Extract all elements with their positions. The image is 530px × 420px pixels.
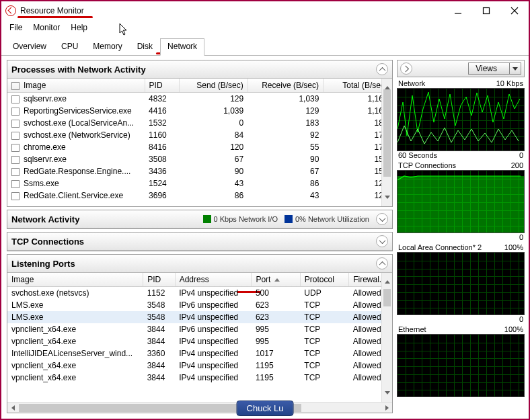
table-row[interactable]: svchost.exe (netsvcs)1152IPv4 unspecifie… xyxy=(7,287,392,300)
side-pane: Views Network10 Kbps60 Seconds0TCP Conne… xyxy=(395,56,529,417)
row-checkbox[interactable] xyxy=(11,168,20,176)
col-protocol[interactable]: Protocol xyxy=(300,273,348,287)
listening-ports-title: Listening Ports xyxy=(11,259,75,269)
legend-io: 0 Kbps Network I/O xyxy=(203,215,278,223)
chart-network: Network10 Kbps60 Seconds0 xyxy=(397,79,525,159)
table-row[interactable]: svchost.exe (LocalServiceAn...1532018318… xyxy=(7,117,392,129)
processes-table[interactable]: Image PID Send (B/sec) Receive (B/sec) T… xyxy=(7,79,392,202)
row-checkbox[interactable] xyxy=(11,156,20,164)
table-row[interactable]: Ssms.exe15244386129 xyxy=(7,177,392,190)
table-row[interactable]: sqlservr.exe35086790157 xyxy=(7,153,392,165)
row-checkbox[interactable] xyxy=(11,132,20,140)
expand-icon[interactable] xyxy=(376,235,388,247)
main-pane: Processes with Network Activity Image PI… xyxy=(1,56,395,417)
table-row[interactable]: vpnclient_x64.exe3844IPv4 unspecified995… xyxy=(7,335,392,347)
watermark-badge: Chuck Lu xyxy=(237,401,294,416)
tcp-connections-title: TCP Connections xyxy=(11,237,84,247)
window-controls xyxy=(444,1,529,20)
row-checkbox[interactable] xyxy=(11,144,20,152)
tab-cpu[interactable]: CPU xyxy=(54,38,85,56)
menubar: File Monitor Help xyxy=(1,20,529,35)
col-receive[interactable]: Receive (B/sec) xyxy=(248,79,323,93)
tcp-connections-panel: TCP Connections xyxy=(7,232,393,251)
network-activity-title: Network Activity xyxy=(11,214,79,224)
table-row[interactable]: LMS.exe3548IPv6 unspecified623TCPAllowed xyxy=(7,299,392,311)
listening-ports-panel: Listening Ports Image PID Address Port P… xyxy=(7,254,393,413)
table-row[interactable]: vpnclient_x64.exe3844IPv4 unspecified119… xyxy=(7,360,392,372)
views-dropdown-icon[interactable] xyxy=(509,63,521,74)
ports-v-scrollbar[interactable] xyxy=(381,273,392,402)
tab-network[interactable]: Network xyxy=(160,38,204,56)
close-button[interactable] xyxy=(500,1,529,20)
collapse-side-icon[interactable] xyxy=(400,62,412,75)
minimize-button[interactable] xyxy=(444,1,472,20)
col-send[interactable]: Send (B/sec) xyxy=(179,79,248,93)
chart-tcp-connections: TCP Connections2000 xyxy=(397,161,525,241)
col-pid[interactable]: PID xyxy=(143,273,176,287)
col-port[interactable]: Port xyxy=(252,273,300,287)
row-checkbox[interactable] xyxy=(11,192,20,200)
table-row[interactable]: vpnclient_x64.exe3844IPv4 unspecified119… xyxy=(7,372,392,384)
legend-util: 0% Network Utilization xyxy=(285,215,369,223)
listening-ports-table[interactable]: Image PID Address Port Protocol Firewal.… xyxy=(7,273,392,384)
menu-file[interactable]: File xyxy=(9,23,22,32)
ports-h-scrollbar[interactable] xyxy=(7,402,392,413)
collapse-icon[interactable] xyxy=(376,63,388,75)
svg-rect-1 xyxy=(484,8,490,14)
tab-disk[interactable]: Disk xyxy=(130,38,160,56)
chart-ethernet: Ethernet100% xyxy=(397,325,525,397)
collapse-icon[interactable] xyxy=(376,257,388,269)
table-row[interactable]: IntelliJIDEALicenseServer_wind...3360IPv… xyxy=(7,347,392,360)
processes-title: Processes with Network Activity xyxy=(11,65,146,75)
table-row[interactable]: RedGate.Client.Service.exe36968643129 xyxy=(7,190,392,202)
table-row[interactable]: LMS.exe3548IPv4 unspecified623TCPAllowed xyxy=(7,311,392,323)
row-checkbox[interactable] xyxy=(11,120,20,128)
table-row[interactable]: sqlservr.exe48321291,0391,168 xyxy=(7,93,392,106)
maximize-button[interactable] xyxy=(472,1,500,20)
views-button[interactable]: Views xyxy=(468,62,521,75)
table-row[interactable]: svchost.exe (NetworkService)11608492176 xyxy=(7,129,392,141)
sort-asc-icon xyxy=(274,278,280,282)
processes-panel: Processes with Network Activity Image PI… xyxy=(7,60,393,207)
expand-icon[interactable] xyxy=(376,213,388,225)
processes-scrollbar[interactable] xyxy=(381,79,392,206)
window-title: Resource Monitor xyxy=(20,6,84,15)
col-image[interactable]: Image xyxy=(7,273,143,287)
chart-local-area-connection-2: Local Area Connection* 2100%0 xyxy=(397,243,525,323)
network-activity-panel: Network Activity 0 Kbps Network I/O 0% N… xyxy=(7,210,393,229)
tab-memory[interactable]: Memory xyxy=(85,38,129,56)
side-toolbar: Views xyxy=(397,60,525,77)
col-address[interactable]: Address xyxy=(175,273,252,287)
col-pid[interactable]: PID xyxy=(145,79,179,93)
tabs: Overview CPU Memory Disk Network xyxy=(1,38,529,56)
resource-monitor-icon xyxy=(5,5,16,16)
annotation-underline-title xyxy=(17,16,93,18)
menu-monitor[interactable]: Monitor xyxy=(33,23,60,32)
table-row[interactable]: vpnclient_x64.exe3844IPv6 unspecified995… xyxy=(7,323,392,335)
table-row[interactable]: ReportingServicesService.exe44161,039129… xyxy=(7,105,392,117)
window: Resource Monitor File Monitor Help Overv… xyxy=(0,0,530,420)
tab-overview[interactable]: Overview xyxy=(5,38,54,56)
table-row[interactable]: chrome.exe841612055175 xyxy=(7,141,392,153)
col-image[interactable]: Image xyxy=(7,79,145,93)
row-checkbox[interactable] xyxy=(11,95,20,103)
row-checkbox[interactable] xyxy=(11,108,20,116)
checkbox-all[interactable] xyxy=(11,82,20,90)
menu-help[interactable]: Help xyxy=(71,23,87,32)
row-checkbox[interactable] xyxy=(11,180,20,188)
table-row[interactable]: RedGate.Response.Engine....34369067157 xyxy=(7,165,392,177)
